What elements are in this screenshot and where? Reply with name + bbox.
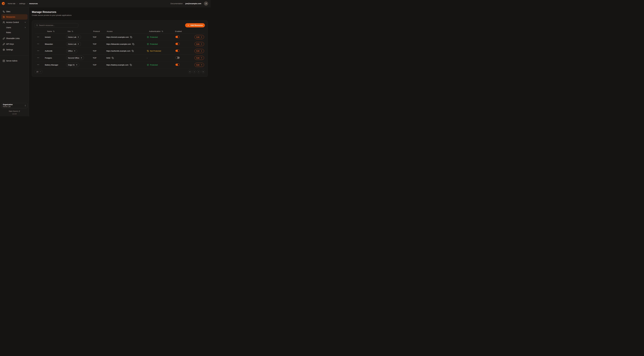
enabled-toggle[interactable] xyxy=(176,36,180,38)
key-icon xyxy=(3,43,5,45)
open-source-label: Open Source xyxy=(9,110,18,112)
copy-icon[interactable] xyxy=(132,50,134,52)
edit-label: Edit xyxy=(196,57,199,59)
toggle-knob xyxy=(178,36,180,38)
open-source-link[interactable]: Open Source xyxy=(1,110,28,112)
edit-button[interactable]: Edit xyxy=(194,49,204,53)
gear-icon xyxy=(3,48,5,51)
organization-selector[interactable]: Organization Home Lab xyxy=(1,103,28,108)
column-label: Protocol xyxy=(93,30,100,32)
arrow-up-right-icon xyxy=(77,43,79,45)
row-menu-button[interactable] xyxy=(37,64,39,66)
edit-button[interactable]: Edit xyxy=(194,63,204,67)
sidebar-item-sites[interactable]: Sites xyxy=(1,9,28,14)
copy-icon[interactable] xyxy=(130,64,132,66)
resource-name: Immich xyxy=(43,36,66,38)
chevron-down-icon xyxy=(24,21,26,23)
auth-status: - xyxy=(147,57,175,59)
sidebar-item-shareable-links[interactable]: Shareable Links xyxy=(1,36,28,41)
auth-status-label: Not Protected xyxy=(150,50,161,52)
column-protocol: Protocol xyxy=(93,30,106,32)
page-size-value: 20 xyxy=(36,71,38,73)
sidebar-nav: Sites Resources Access Control Users Rol… xyxy=(0,7,29,64)
row-menu-button[interactable] xyxy=(37,36,39,38)
sort-icon[interactable] xyxy=(72,30,73,32)
search-box xyxy=(35,23,78,28)
column-site[interactable]: Site xyxy=(66,30,93,32)
breadcrumb-org[interactable]: home-lab xyxy=(8,2,15,4)
resource-protocol: TCP xyxy=(93,50,106,52)
sidebar-item-label: Sites xyxy=(6,10,10,12)
edit-label: Edit xyxy=(196,50,199,52)
sidebar-item-users[interactable]: Users xyxy=(1,25,28,30)
previous-page-button[interactable] xyxy=(192,70,196,74)
users-icon xyxy=(3,21,5,24)
chevron-right-icon xyxy=(16,3,18,4)
enabled-toggle[interactable] xyxy=(176,43,180,45)
sidebar-item-access-control[interactable]: Access Control xyxy=(1,20,28,25)
site-name: Office xyxy=(68,50,73,52)
table-row: Authentik Office TCP https://authentik.e… xyxy=(35,48,205,54)
column-name[interactable]: Name xyxy=(43,30,66,32)
sort-icon[interactable] xyxy=(53,30,55,32)
edit-button[interactable]: Edit xyxy=(194,42,204,46)
shield-check-icon xyxy=(147,43,149,45)
row-menu-button[interactable] xyxy=(37,56,39,59)
arrow-right-icon xyxy=(200,64,202,66)
sidebar: Sites Resources Access Control Users Rol… xyxy=(0,7,29,116)
site-link-button[interactable]: Second Office xyxy=(66,56,84,60)
sidebar-item-label: Users xyxy=(6,26,11,28)
copy-icon[interactable] xyxy=(112,57,114,59)
site-link-button[interactable]: Home Lab xyxy=(66,42,81,46)
arrow-right-icon xyxy=(200,50,202,52)
enabled-toggle[interactable] xyxy=(176,50,180,52)
sort-icon[interactable] xyxy=(162,30,163,32)
resource-access-port: 5432 xyxy=(106,57,110,59)
add-resource-button[interactable]: Add Resource xyxy=(185,23,205,28)
toggle-knob xyxy=(178,43,180,45)
page-size-select[interactable]: 20 xyxy=(35,70,42,74)
avatar[interactable]: J xyxy=(204,2,208,6)
chevrons-up-down-icon xyxy=(24,105,26,106)
resource-name: Bitwarden xyxy=(43,43,66,45)
resource-name: Authentik xyxy=(43,50,66,52)
copy-icon[interactable] xyxy=(130,36,132,38)
column-label: Site xyxy=(68,30,70,32)
sidebar-item-server-admin[interactable]: Server Admin xyxy=(1,58,28,64)
column-access: Access xyxy=(106,30,147,32)
enabled-toggle[interactable] xyxy=(176,57,180,59)
sidebar-item-label: Settings xyxy=(6,48,13,51)
chevron-right-icon xyxy=(24,26,26,28)
site-link-button[interactable]: Home Lab xyxy=(66,35,81,39)
documentation-link[interactable]: Documentation xyxy=(170,2,183,4)
breadcrumb-settings[interactable]: settings xyxy=(19,2,25,4)
last-page-button[interactable] xyxy=(202,70,205,74)
pangolin-logo-icon[interactable] xyxy=(1,2,5,6)
sidebar-item-api-keys[interactable]: API Keys xyxy=(1,41,28,47)
sidebar-item-settings[interactable]: Settings xyxy=(1,47,28,52)
table-row: Postgres Second Office TCP 5432 - Edit xyxy=(35,54,205,62)
first-page-button[interactable] xyxy=(188,70,192,74)
row-menu-button[interactable] xyxy=(37,50,39,52)
sidebar-item-resources[interactable]: Resources xyxy=(1,14,28,20)
chevron-right-icon xyxy=(26,3,28,4)
enabled-toggle[interactable] xyxy=(176,64,180,66)
copy-icon[interactable] xyxy=(132,43,134,45)
sidebar-item-roles[interactable]: Roles xyxy=(1,30,28,35)
app-version: v1.3.0 xyxy=(1,113,28,115)
next-page-button[interactable] xyxy=(197,70,200,74)
edit-button[interactable]: Edit xyxy=(194,56,204,60)
site-link-button[interactable]: Edge 01 xyxy=(66,63,79,67)
edit-button[interactable]: Edit xyxy=(194,35,204,39)
arrow-right-icon xyxy=(200,36,202,38)
auth-status-label: - xyxy=(147,57,148,59)
row-menu-button[interactable] xyxy=(37,43,39,45)
table-row: Bitwarden Home Lab TCP https://bitwarden… xyxy=(35,41,205,48)
sidebar-footer: Organization Home Lab Open Source v1.3.0 xyxy=(0,101,29,116)
site-link-button[interactable]: Office xyxy=(66,49,77,53)
sidebar-item-label: API Keys xyxy=(6,43,14,45)
search-input[interactable] xyxy=(39,24,77,26)
column-authentication[interactable]: Authentication xyxy=(147,30,175,32)
external-link-icon xyxy=(18,110,20,112)
chevron-down-icon xyxy=(40,71,41,72)
